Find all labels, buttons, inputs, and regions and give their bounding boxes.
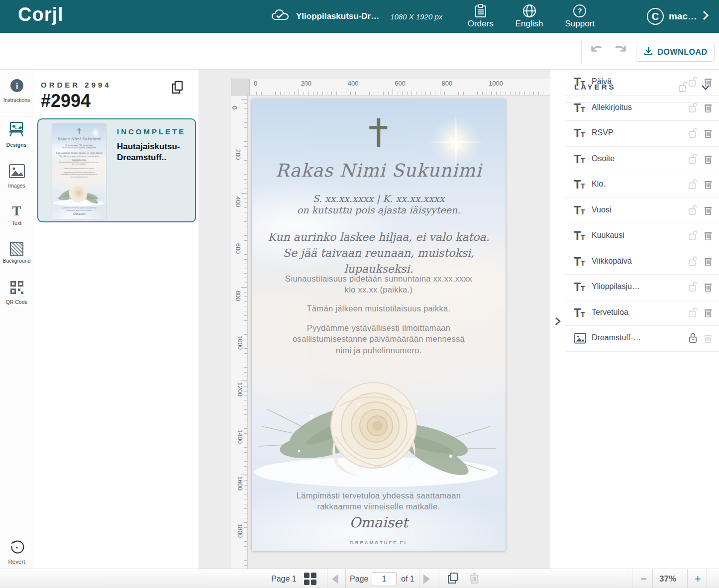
layer-row[interactable]: TTYlioppilasju… (565, 275, 719, 300)
delete-page-icon[interactable] (469, 572, 479, 586)
design-page[interactable]: Rakas Nimi Sukunimi S. xx.xx.xxxx | K. x… (252, 99, 506, 551)
app-header: Corjl Ylioppilaskutsu-Dr… 1080 X 1920 px (0, 0, 719, 33)
canvas-workspace[interactable]: 02004006008001000 0200400600800100012001… (199, 70, 550, 569)
layer-row[interactable]: TTKuukausi (565, 223, 719, 249)
layer-name: Dreamstuff-… (592, 333, 641, 342)
trash-icon[interactable] (704, 256, 713, 269)
layer-row[interactable]: TTViikkopäivä (565, 249, 719, 275)
sidebar-item-instructions[interactable]: i Instructions (0, 74, 33, 107)
nav-language-label: English (515, 19, 543, 29)
revert-button[interactable]: Revert (0, 540, 33, 565)
cross-icon[interactable] (369, 118, 387, 147)
trash-icon[interactable] (704, 77, 713, 89)
text-layer-icon: TT (574, 280, 591, 294)
account-menu[interactable]: C mac… (647, 0, 709, 33)
copy-icon[interactable] (171, 81, 184, 96)
sidebar-item-designs[interactable]: Designs (0, 116, 33, 152)
lock-open-icon[interactable] (688, 77, 698, 89)
ruler-label: 1400 (236, 429, 244, 444)
status-badge: INCOMPLETE (117, 127, 186, 136)
lock-open-icon[interactable] (688, 179, 698, 192)
white-rose-image[interactable] (252, 357, 506, 487)
lock-open-icon[interactable] (688, 128, 698, 140)
ruler-label: 1600 (236, 476, 244, 490)
document-title[interactable]: Ylioppilaskutsu-Dr… (296, 11, 379, 21)
sidebar-item-text[interactable]: T Text (0, 199, 33, 230)
trash-icon[interactable] (704, 154, 713, 166)
layer-name: Kuukausi (592, 231, 624, 240)
layer-row[interactable]: TTRSVP (565, 121, 719, 147)
download-button[interactable]: DOWNLOAD (636, 43, 715, 62)
layer-row[interactable]: TTAllekirjoitus (565, 96, 719, 121)
nav-orders[interactable]: Orders (468, 4, 494, 29)
corjl-logo: Corjl (18, 4, 64, 25)
invitation-name[interactable]: Rakas Nimi Sukunimi (252, 160, 506, 181)
invitation-memorial-info[interactable]: Tämän jälkeen muistotilaisuus paikka. (252, 303, 506, 314)
invitation-rsvp-info[interactable]: Pyydämme ystävällisesti ilmoittamaan osa… (252, 322, 506, 356)
invitation-signature[interactable]: Omaiset (252, 514, 506, 531)
layer-row[interactable]: TTVuosi (565, 198, 719, 224)
layer-row[interactable]: Dreamstuff-… (565, 326, 719, 352)
nav-support[interactable]: ? Support (565, 4, 595, 29)
zoom-out-button[interactable]: − (640, 574, 647, 585)
lock-open-icon[interactable] (688, 230, 698, 243)
corjl-editor: Corjl Ylioppilaskutsu-Dr… 1080 X 1920 px (0, 0, 719, 588)
sidebar-item-qr-code[interactable]: QR Code (0, 276, 33, 309)
layer-row[interactable]: TTOsoite (565, 147, 719, 173)
design-card[interactable]: Rakas Nimi Sukunimi S. xx.xx.xxxx | K. x… (37, 118, 196, 222)
lock-closed-icon[interactable] (688, 333, 698, 345)
ruler-label: 800 (442, 80, 453, 87)
invitation-poem[interactable]: Kun aurinko laskee hiljaa, ei valo katoa… (252, 229, 506, 277)
sidebar-item-images[interactable]: Images (0, 159, 33, 193)
lock-open-icon[interactable] (688, 205, 698, 217)
page-label: Page (350, 575, 368, 584)
next-page-button[interactable] (423, 574, 430, 584)
redo-button[interactable] (612, 44, 627, 59)
trash-icon[interactable] (704, 102, 713, 115)
invitation-called-line[interactable]: on kutsuttu pois ajasta iäisyyteen. (252, 204, 506, 215)
invitation-dates[interactable]: S. xx.xx.xxxx | K. xx.xx.xxxx (252, 193, 506, 204)
invitation-brand: DREAMSTUFF.FI (252, 540, 506, 545)
page-number-input[interactable] (372, 572, 397, 586)
download-label: DOWNLOAD (658, 48, 708, 57)
invitation-service-info[interactable]: Siunaustilaisuus pidetään sunnuntaina xx… (252, 273, 506, 295)
sidebar-label: Text (12, 220, 21, 226)
lock-open-icon[interactable] (688, 256, 698, 269)
trash-icon[interactable] (704, 282, 713, 294)
page-grid-view-icon[interactable] (304, 573, 316, 585)
trash-icon[interactable] (704, 333, 713, 345)
zoom-in-button[interactable]: + (695, 574, 701, 585)
trash-icon[interactable] (704, 128, 713, 140)
ruler-label: 400 (348, 80, 359, 87)
invitation-closing: Lämpimästi tervetuloa yhdessä saattamaan… (52, 207, 106, 211)
trash-icon[interactable] (704, 230, 713, 243)
layer-name: Viikkopäivä (592, 257, 632, 266)
invitation-closing[interactable]: Lämpimästi tervetuloa yhdessä saattamaan… (252, 490, 506, 512)
undo-button[interactable] (590, 44, 605, 59)
tools-sidebar: i Instructions Designs (0, 70, 33, 569)
text-layer-icon: TT (574, 178, 591, 192)
layers-panel: LAYERS TTPäiväTTAllekirjoitusTTRSVPTTOso… (565, 70, 719, 569)
lock-open-icon[interactable] (688, 307, 698, 320)
trash-icon[interactable] (704, 205, 713, 217)
sidebar-label: Background (2, 258, 30, 264)
nav-language[interactable]: English (515, 4, 543, 29)
lock-open-icon[interactable] (688, 282, 698, 294)
layer-name: RSVP (592, 128, 614, 137)
sidebar-item-background[interactable]: Background (0, 238, 33, 268)
collapse-panel-icon[interactable] (554, 316, 562, 328)
text-layer-icon: TT (574, 306, 591, 320)
lock-open-icon[interactable] (688, 102, 698, 115)
duplicate-page-icon[interactable] (447, 572, 458, 586)
order-label: ORDER 2994 (41, 81, 111, 89)
layer-row[interactable]: TTKlo. (565, 172, 719, 198)
globe-icon (522, 4, 536, 18)
layer-row[interactable]: TTPäivä (565, 70, 719, 96)
text-icon: T (12, 204, 21, 218)
layer-row[interactable]: TTTervetuloa (565, 300, 719, 326)
trash-icon[interactable] (704, 179, 713, 192)
info-icon: i (9, 78, 24, 95)
lock-open-icon[interactable] (688, 154, 698, 166)
trash-icon[interactable] (704, 307, 713, 320)
previous-page-button[interactable] (332, 574, 338, 584)
